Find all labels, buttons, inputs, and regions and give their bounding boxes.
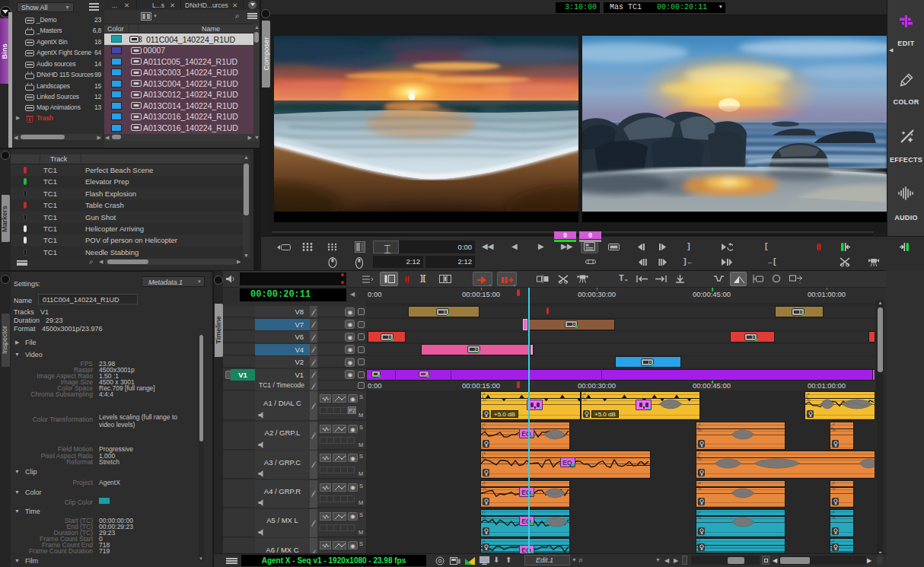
svg-text:,: , — [799, 279, 801, 284]
